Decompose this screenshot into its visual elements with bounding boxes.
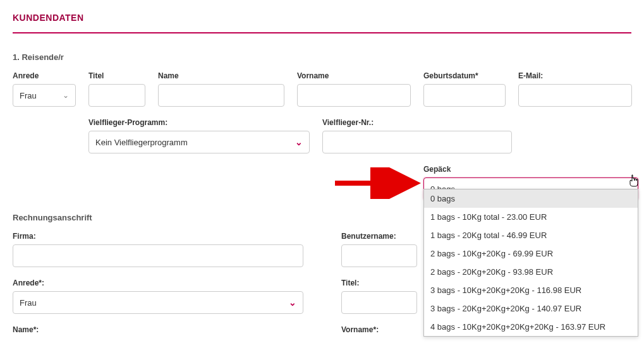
field-email: E-Mail:	[518, 71, 632, 107]
input-billing-titel[interactable]	[341, 291, 417, 314]
input-name[interactable]	[158, 84, 284, 107]
label-firma: Firma:	[13, 232, 303, 241]
input-vorname[interactable]	[297, 84, 411, 107]
gepack-option[interactable]: 2 bags - 20Kg+20Kg - 93.98 EUR	[424, 263, 638, 281]
select-billing-anrede-value: Frau	[20, 298, 37, 308]
gepack-option[interactable]: 4 bags - 10Kg+20Kg+20Kg+20Kg - 163.97 EU…	[424, 318, 638, 336]
page-title: KUNDENDATEN	[13, 13, 631, 23]
field-ff-number: Vielflieger-Nr.:	[322, 118, 512, 153]
select-ff-program[interactable]: Kein Vielfliegerprogramm ⌄	[88, 131, 310, 153]
label-name: Name	[158, 71, 284, 80]
input-benutzername[interactable]	[341, 244, 417, 267]
traveler-row-gepack: Gepäck 0 bags ⌄ 0 bags 1 bags - 10Kg tot…	[423, 165, 631, 200]
field-gepack: Gepäck 0 bags ⌄ 0 bags 1 bags - 10Kg tot…	[423, 165, 638, 200]
gepack-option[interactable]: 1 bags - 20Kg total - 46.99 EUR	[424, 226, 638, 244]
field-anrede: Anrede Frau ⌄	[13, 71, 76, 107]
select-billing-anrede[interactable]: Frau ⌄	[13, 291, 303, 314]
field-vorname: Vorname	[297, 71, 411, 107]
select-anrede[interactable]: Frau ⌄	[13, 84, 76, 107]
input-email[interactable]	[518, 84, 632, 107]
label-email: E-Mail:	[518, 71, 632, 80]
chevron-down-icon: ⌄	[295, 137, 303, 147]
billing-col-left: Firma: Anrede*: Frau ⌄ Name*:	[13, 232, 303, 338]
gepack-option[interactable]: 3 bags - 20Kg+20Kg+20Kg - 140.97 EUR	[424, 299, 638, 318]
gepack-dropdown-list: 0 bags 1 bags - 10Kg total - 23.00 EUR 1…	[423, 189, 638, 337]
gepack-option[interactable]: 0 bags	[424, 189, 638, 208]
chevron-down-icon: ⌄	[289, 297, 296, 308]
label-anrede: Anrede	[13, 71, 76, 80]
chevron-down-icon: ⌄	[63, 91, 69, 100]
arrow-annotation	[329, 167, 423, 201]
gepack-option[interactable]: 2 bags - 10Kg+20Kg - 69.99 EUR	[424, 244, 638, 263]
select-anrede-value: Frau	[20, 91, 37, 100]
label-ff-program: Vielflieger-Programm:	[88, 118, 310, 127]
field-geburtsdatum: Geburtsdatum*	[423, 71, 506, 107]
field-ff-program: Vielflieger-Programm: Kein Vielfliegerpr…	[88, 118, 310, 153]
input-titel[interactable]	[88, 84, 145, 107]
field-titel: Titel	[88, 71, 145, 107]
field-billing-name: Name*:	[13, 325, 303, 338]
label-geburtsdatum: Geburtsdatum*	[423, 71, 506, 80]
label-vorname: Vorname	[297, 71, 411, 80]
field-firma: Firma:	[13, 232, 303, 267]
input-ff-number[interactable]	[322, 131, 512, 153]
label-ff-number: Vielflieger-Nr.:	[322, 118, 512, 127]
label-gepack: Gepäck	[423, 165, 638, 174]
field-billing-anrede: Anrede*: Frau ⌄	[13, 279, 303, 314]
label-billing-name: Name*:	[13, 325, 303, 334]
traveler-section-heading: 1. Reisende/r	[13, 52, 631, 62]
gepack-option[interactable]: 1 bags - 10Kg total - 23.00 EUR	[424, 208, 638, 226]
select-ff-program-value: Kein Vielfliegerprogramm	[95, 138, 188, 147]
traveler-row-1: Anrede Frau ⌄ Titel Name Vorname Geburts…	[13, 71, 631, 107]
label-billing-anrede: Anrede*:	[13, 279, 303, 287]
gepack-option[interactable]: 3 bags - 10Kg+20Kg+20Kg - 116.98 EUR	[424, 281, 638, 299]
input-firma[interactable]	[13, 244, 303, 267]
input-geburtsdatum[interactable]	[423, 84, 506, 107]
title-divider	[13, 32, 631, 33]
traveler-row-2: Vielflieger-Programm: Kein Vielfliegerpr…	[88, 118, 631, 153]
label-titel: Titel	[88, 71, 145, 80]
field-name: Name	[158, 71, 284, 107]
